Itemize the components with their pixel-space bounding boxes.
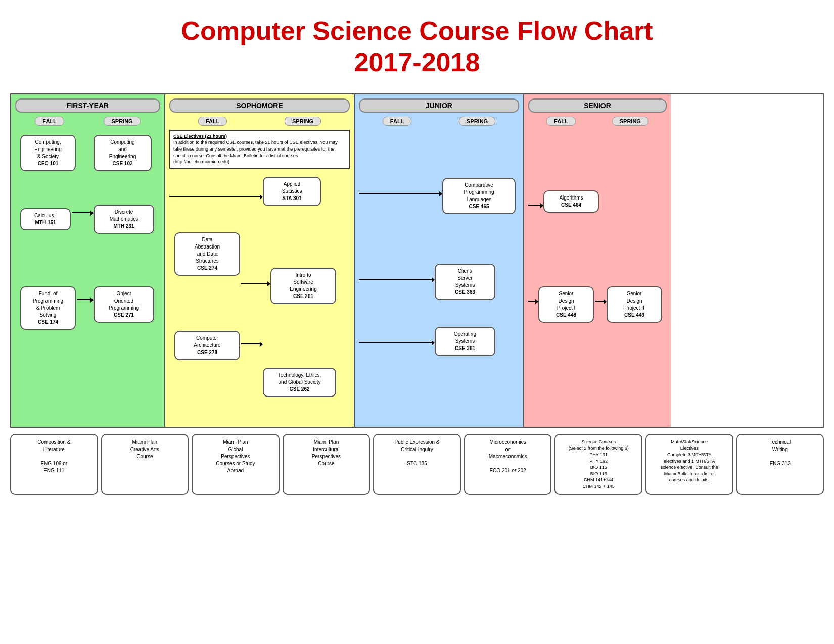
mth151-box: Calculus IMTH 151 xyxy=(20,208,71,230)
cse262-box: Technology, Ethics,and Global SocietyCSE… xyxy=(263,368,336,397)
fy-fall-label: FALL xyxy=(35,117,64,126)
cse448-box: SeniorDesignProject ICSE 448 xyxy=(538,286,594,323)
jr-spring-label: SPRING xyxy=(459,117,495,126)
electives-banner: CSE Electives (21 hours) In addition to … xyxy=(169,130,350,169)
bottom-science: Science Courses(Select 2 from the follow… xyxy=(554,434,642,495)
sophomore-label: SOPHOMORE xyxy=(169,98,350,113)
bottom-intercultural: Miami PlanInterculturalPerspectivesCours… xyxy=(283,434,370,495)
main-chart: FIRST-YEAR FALL SPRING Computing,Enginee… xyxy=(10,93,824,428)
junior-section: JUNIOR FALL SPRING ComparativeProgrammin… xyxy=(355,94,524,427)
bottom-global-persp: Miami PlanGlobalPerspectivesCourses or S… xyxy=(192,434,280,495)
cse102-box: ComputingandEngineeringCSE 102 xyxy=(94,135,152,171)
bottom-microecon: MicroeconomicsorMacroeconomicsECO 201 or… xyxy=(464,434,552,495)
junior-label: JUNIOR xyxy=(359,98,519,113)
cse174-box: Fund. ofProgramming& ProblemSolvingCSE 1… xyxy=(20,286,76,330)
jr-fall-label: FALL xyxy=(383,117,412,126)
cec101-box: Computing,Engineering& SocietyCEC 101 xyxy=(20,135,76,171)
sta301-box: AppliedStatisticsSTA 301 xyxy=(263,177,321,206)
bottom-public-expr: Public Expression &Critical InquirySTC 1… xyxy=(373,434,461,495)
cse278-box: ComputerArchitectureCSE 278 xyxy=(174,331,240,360)
first-year-section: FIRST-YEAR FALL SPRING Computing,Enginee… xyxy=(11,94,165,427)
mth231-box: DiscreteMathematicsMTH 231 xyxy=(94,205,154,234)
sr-spring-label: SPRING xyxy=(612,117,648,126)
cse381-box: OperatingSystemsCSE 381 xyxy=(435,327,495,356)
cse271-box: ObjectOrientedProgrammingCSE 271 xyxy=(94,286,154,323)
soph-fall-label: FALL xyxy=(198,117,227,126)
bottom-row: Composition &LiteratureENG 109 orENG 111… xyxy=(10,434,824,495)
cse449-box: SeniorDesignProject IICSE 449 xyxy=(607,286,662,323)
bottom-comp-lit: Composition &LiteratureENG 109 orENG 111 xyxy=(10,434,98,495)
cse201-box: Intro toSoftwareEngineeringCSE 201 xyxy=(270,268,336,304)
bottom-math-stat: Math/Stat/ScienceElectivesComplete 3 MTH… xyxy=(645,434,733,495)
soph-spring-label: SPRING xyxy=(285,117,321,126)
senior-section: SENIOR FALL SPRING AlgorithmsCSE 464 Sen… xyxy=(524,94,671,427)
sophomore-section: SOPHOMORE FALL SPRING CSE Electives (21 … xyxy=(165,94,355,427)
cse274-box: DataAbstractionand DataStructuresCSE 274 xyxy=(174,232,240,276)
senior-label: SENIOR xyxy=(528,98,667,113)
sr-fall-label: FALL xyxy=(546,117,576,126)
cse464-box: AlgorithmsCSE 464 xyxy=(543,190,599,213)
fy-spring-label: SPRING xyxy=(104,117,140,126)
cse465-box: ComparativeProgrammingLanguagesCSE 465 xyxy=(442,178,516,214)
bottom-tech-writing: TechnicalWritingENG 313 xyxy=(736,434,824,495)
page-title: Computer Science Course Flow Chart 2017-… xyxy=(10,15,824,78)
bottom-creative-arts: Miami PlanCreative ArtsCourse xyxy=(101,434,189,495)
cse383-box: Client/ServerSystemsCSE 383 xyxy=(435,264,495,300)
first-year-label: FIRST-YEAR xyxy=(15,98,160,113)
